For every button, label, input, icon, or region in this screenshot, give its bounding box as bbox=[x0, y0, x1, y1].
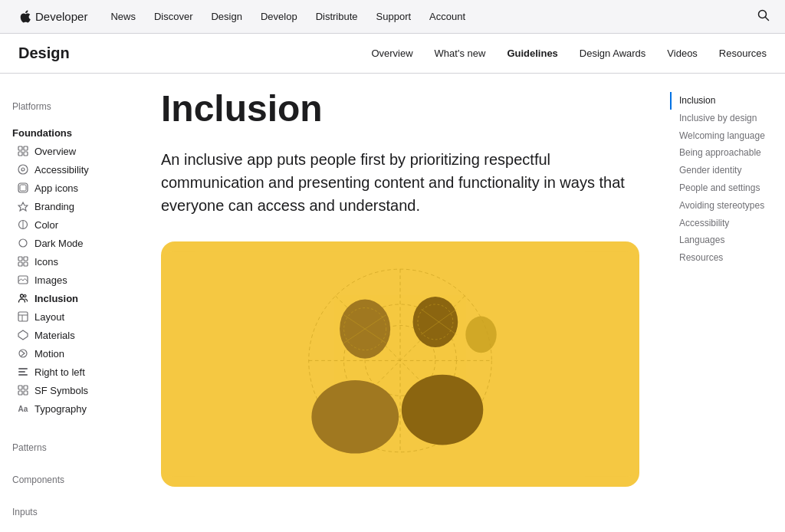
sidebar-item-motion[interactable]: Motion bbox=[12, 344, 130, 363]
page-intro: An inclusive app puts people first by pr… bbox=[161, 148, 636, 217]
color-icon bbox=[17, 218, 29, 231]
subnav-videos[interactable]: Videos bbox=[667, 48, 698, 59]
right-sidebar-accessibility[interactable]: Accessibility bbox=[670, 215, 773, 232]
sidebar-item-images-label: Images bbox=[34, 274, 67, 286]
svg-point-42 bbox=[413, 297, 458, 347]
svg-rect-27 bbox=[18, 374, 28, 376]
svg-marker-23 bbox=[18, 330, 28, 340]
sidebar-item-inclusion[interactable]: Inclusion bbox=[12, 289, 130, 307]
sidebar-item-typography[interactable]: Aa Typography bbox=[12, 399, 130, 418]
dark-mode-icon bbox=[17, 237, 29, 249]
typography-icon: Aa bbox=[17, 402, 29, 415]
inclusion-illustration bbox=[161, 241, 639, 487]
subnav-guidelines[interactable]: Guidelines bbox=[507, 48, 557, 59]
svg-rect-31 bbox=[24, 391, 28, 395]
hero-image bbox=[161, 241, 639, 487]
overview-icon bbox=[17, 145, 29, 157]
sidebar-item-app-icons[interactable]: App icons bbox=[12, 179, 130, 197]
developer-label: Developer bbox=[35, 10, 87, 23]
right-sidebar-welcoming-language[interactable]: Welcoming language bbox=[670, 127, 773, 145]
inclusion-icon bbox=[17, 292, 29, 304]
right-sidebar-resources[interactable]: Resources bbox=[670, 249, 773, 267]
layout-icon bbox=[17, 310, 29, 323]
sidebar-item-rtl[interactable]: Right to left bbox=[12, 363, 130, 381]
svg-rect-16 bbox=[24, 262, 28, 266]
sidebar-item-color-label: Color bbox=[34, 219, 58, 231]
svg-rect-14 bbox=[24, 257, 28, 261]
svg-point-43 bbox=[402, 375, 483, 445]
svg-point-41 bbox=[311, 380, 399, 453]
apple-developer-logo[interactable]: Developer bbox=[15, 10, 87, 23]
svg-point-7 bbox=[21, 168, 25, 171]
materials-icon bbox=[17, 329, 29, 341]
sidebar-item-materials[interactable]: Materials bbox=[12, 326, 130, 344]
right-sidebar-languages[interactable]: Languages bbox=[670, 232, 773, 249]
sidebar-item-color[interactable]: Color bbox=[12, 215, 130, 234]
svg-rect-20 bbox=[18, 312, 28, 321]
nav-develop[interactable]: Develop bbox=[261, 11, 297, 22]
nav-distribute[interactable]: Distribute bbox=[316, 11, 358, 22]
nav-design[interactable]: Design bbox=[211, 11, 241, 22]
sidebar-item-accessibility[interactable]: Accessibility bbox=[12, 160, 130, 179]
svg-line-1 bbox=[766, 17, 769, 20]
sidebar-item-accessibility-label: Accessibility bbox=[34, 164, 89, 176]
page-title: Inclusion bbox=[161, 89, 639, 130]
svg-rect-13 bbox=[18, 257, 22, 261]
nav-discover[interactable]: Discover bbox=[154, 11, 193, 22]
branding-icon bbox=[17, 200, 29, 212]
subnav-whats-new[interactable]: What's new bbox=[435, 48, 486, 59]
sidebar-item-branding[interactable]: Branding bbox=[12, 197, 130, 215]
svg-point-12 bbox=[19, 239, 27, 247]
right-sidebar-inclusion[interactable]: Inclusion bbox=[670, 92, 773, 110]
sidebar-item-branding-label: Branding bbox=[34, 201, 74, 212]
sidebar-item-inclusion-label: Inclusion bbox=[34, 293, 78, 304]
sidebar-item-typography-label: Typography bbox=[34, 403, 87, 415]
sidebar-section-components: Components bbox=[12, 475, 130, 485]
svg-rect-5 bbox=[24, 152, 28, 156]
sidebar-item-icons-label: Icons bbox=[34, 256, 58, 268]
right-sidebar-being-approachable[interactable]: Being approachable bbox=[670, 144, 773, 162]
top-nav-links: News Discover Design Develop Distribute … bbox=[110, 11, 757, 22]
images-icon bbox=[17, 274, 29, 286]
svg-point-44 bbox=[465, 316, 496, 353]
sidebar-item-materials-label: Materials bbox=[34, 330, 75, 341]
sidebar-item-sf-symbols[interactable]: SF Symbols bbox=[12, 381, 130, 399]
subnav-overview[interactable]: Overview bbox=[371, 48, 412, 59]
right-sidebar-avoiding-stereotypes[interactable]: Avoiding stereotypes bbox=[670, 197, 773, 215]
sidebar-item-overview[interactable]: Overview bbox=[12, 142, 130, 160]
sidebar-section-patterns: Patterns bbox=[12, 442, 130, 453]
sidebar-section-inputs: Inputs bbox=[12, 507, 130, 517]
sidebar-item-layout-label: Layout bbox=[34, 311, 64, 323]
nav-support[interactable]: Support bbox=[376, 11, 412, 22]
svg-rect-26 bbox=[18, 371, 25, 373]
sidebar-item-rtl-label: Right to left bbox=[34, 366, 85, 378]
svg-rect-4 bbox=[18, 152, 22, 156]
top-navigation: Developer News Discover Design Develop D… bbox=[0, 0, 785, 34]
svg-point-6 bbox=[18, 165, 28, 174]
sidebar-item-icons[interactable]: Icons bbox=[12, 252, 130, 271]
svg-marker-10 bbox=[18, 202, 28, 211]
icons-icon bbox=[17, 255, 29, 268]
sidebar-item-dark-mode[interactable]: Dark Mode bbox=[12, 234, 130, 252]
left-sidebar: Platforms Foundations Overview Accessibi… bbox=[0, 89, 130, 532]
search-icon[interactable] bbox=[757, 9, 770, 25]
sidebar-item-sf-symbols-label: SF Symbols bbox=[34, 385, 88, 396]
svg-point-24 bbox=[19, 350, 27, 357]
sidebar-item-app-icons-label: App icons bbox=[34, 182, 78, 194]
subnav-resources[interactable]: Resources bbox=[719, 48, 767, 59]
right-sidebar-gender-identity[interactable]: Gender identity bbox=[670, 162, 773, 179]
sidebar-item-images[interactable]: Images bbox=[12, 271, 130, 289]
sidebar-item-overview-label: Overview bbox=[34, 146, 76, 157]
nav-news[interactable]: News bbox=[110, 11, 136, 22]
right-sidebar-inclusive-by-design[interactable]: Inclusive by design bbox=[670, 110, 773, 127]
motion-icon bbox=[17, 347, 29, 360]
sf-symbols-icon bbox=[17, 384, 29, 396]
right-sidebar-people-and-settings[interactable]: People and settings bbox=[670, 179, 773, 197]
subnav-design-awards[interactable]: Design Awards bbox=[580, 48, 645, 59]
page-layout: Platforms Foundations Overview Accessibi… bbox=[0, 74, 785, 532]
sidebar-group-foundations: Foundations bbox=[12, 127, 130, 139]
nav-account[interactable]: Account bbox=[429, 11, 465, 22]
sub-navigation: Design Overview What's new Guidelines De… bbox=[0, 34, 785, 74]
sub-nav-links: Overview What's new Guidelines Design Aw… bbox=[371, 48, 767, 59]
sidebar-item-layout[interactable]: Layout bbox=[12, 307, 130, 326]
